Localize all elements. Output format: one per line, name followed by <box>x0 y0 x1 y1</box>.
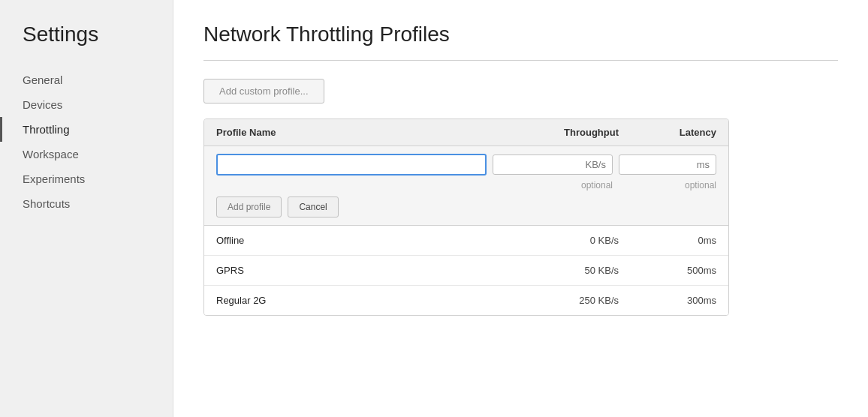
row-name-gprs: GPRS <box>216 265 499 276</box>
latency-hint: optional <box>619 180 716 190</box>
name-hint <box>216 180 487 190</box>
new-profile-actions: Add profile Cancel <box>216 196 716 218</box>
row-throughput-offline: 0 KB/s <box>499 235 619 246</box>
profile-name-input[interactable] <box>216 154 487 176</box>
cancel-button[interactable]: Cancel <box>288 196 338 218</box>
sidebar-link-general[interactable]: General <box>0 68 173 92</box>
sidebar: Settings General Devices Throttling Work… <box>0 0 173 417</box>
new-profile-row: optional optional Add profile Cancel <box>204 146 728 226</box>
col-header-throughput: Throughput <box>499 127 619 138</box>
table-row: Regular 2G 250 KB/s 300ms <box>204 286 728 315</box>
sidebar-title: Settings <box>0 22 173 68</box>
optional-hints: optional optional <box>216 180 716 190</box>
sidebar-link-shortcuts[interactable]: Shortcuts <box>0 191 173 216</box>
row-throughput-gprs: 50 KB/s <box>499 265 619 276</box>
sidebar-item-general[interactable]: General <box>0 68 173 92</box>
sidebar-link-devices[interactable]: Devices <box>0 92 173 117</box>
section-divider <box>203 60 838 61</box>
row-latency-regular2g: 300ms <box>619 295 716 306</box>
row-throughput-regular2g: 250 KB/s <box>499 295 619 306</box>
throughput-hint: optional <box>493 180 613 190</box>
sidebar-link-experiments[interactable]: Experiments <box>0 166 173 191</box>
main-content: Network Throttling Profiles Add custom p… <box>173 0 868 417</box>
table-row: Offline 0 KB/s 0ms <box>204 226 728 256</box>
row-latency-gprs: 500ms <box>619 265 716 276</box>
sidebar-item-workspace[interactable]: Workspace <box>0 142 173 166</box>
page-title: Network Throttling Profiles <box>203 22 838 46</box>
row-latency-offline: 0ms <box>619 235 716 246</box>
table-row: GPRS 50 KB/s 500ms <box>204 256 728 286</box>
new-profile-inputs <box>216 154 716 176</box>
row-name-offline: Offline <box>216 235 499 246</box>
throughput-input[interactable] <box>493 154 613 175</box>
latency-input[interactable] <box>619 154 716 175</box>
sidebar-nav: General Devices Throttling Workspace Exp… <box>0 68 173 216</box>
sidebar-item-shortcuts[interactable]: Shortcuts <box>0 191 173 216</box>
row-name-regular2g: Regular 2G <box>216 295 499 306</box>
page-container: Settings General Devices Throttling Work… <box>0 0 868 417</box>
sidebar-item-throttling[interactable]: Throttling <box>0 117 173 142</box>
sidebar-item-experiments[interactable]: Experiments <box>0 166 173 191</box>
sidebar-link-workspace[interactable]: Workspace <box>0 142 173 166</box>
col-header-latency: Latency <box>619 127 716 138</box>
profiles-table: Profile Name Throughput Latency optional… <box>203 118 729 316</box>
table-header: Profile Name Throughput Latency <box>204 119 728 146</box>
add-custom-profile-button[interactable]: Add custom profile... <box>203 79 324 104</box>
sidebar-item-devices[interactable]: Devices <box>0 92 173 117</box>
sidebar-link-throttling[interactable]: Throttling <box>0 117 173 142</box>
col-header-profile-name: Profile Name <box>216 127 499 138</box>
add-profile-button[interactable]: Add profile <box>216 196 282 218</box>
